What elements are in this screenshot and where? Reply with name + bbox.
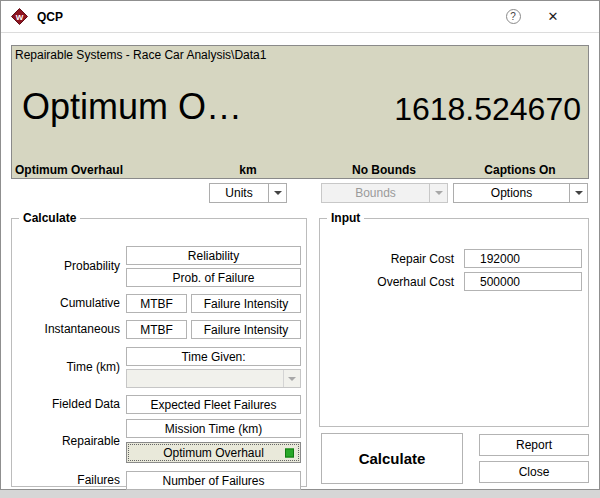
bounds-caption: No Bounds: [352, 163, 416, 177]
repairable-label: Repairable: [14, 432, 120, 451]
overhaul-cost-label: Overhaul Cost: [320, 273, 454, 292]
reliasoft-logo-icon: W: [11, 8, 28, 25]
chevron-down-icon: [575, 191, 583, 195]
units-dropdown: Units: [209, 183, 287, 203]
report-button[interactable]: Report: [479, 434, 589, 456]
help-icon: ?: [506, 9, 521, 24]
options-dropdown: Options: [453, 183, 588, 203]
fielded-data-label: Fielded Data: [14, 395, 120, 414]
chevron-down-icon: [274, 191, 282, 195]
options-dropdown-arrow[interactable]: [570, 183, 588, 203]
selected-indicator-icon: [285, 448, 294, 457]
repair-cost-label: Repair Cost: [320, 250, 454, 269]
probability-label: Probability: [14, 257, 120, 276]
combobox-arrow: [283, 370, 300, 387]
qcp-dialog: W QCP ? ✕ Repairable Systems - Race Car …: [0, 0, 600, 490]
cumulative-mtbf-button[interactable]: MTBF: [126, 294, 187, 313]
instantaneous-failure-intensity-button[interactable]: Failure Intensity: [191, 320, 301, 339]
bounds-dropdown: Bounds: [321, 183, 448, 203]
result-metric-label: Optimum O…: [22, 86, 242, 128]
prob-of-failure-button[interactable]: Prob. of Failure: [126, 268, 301, 287]
options-button[interactable]: Options: [453, 183, 570, 203]
captions-state-caption: Captions On: [484, 163, 555, 177]
dataset-path: Repairable Systems - Race Car Analysis\D…: [15, 48, 266, 62]
units-caption: km: [239, 163, 256, 177]
chevron-down-icon: [435, 191, 443, 195]
calculate-button[interactable]: Calculate: [321, 433, 463, 484]
number-of-failures-button[interactable]: Number of Failures: [126, 471, 301, 490]
reliability-button[interactable]: Reliability: [126, 246, 301, 265]
time-given-button[interactable]: Time Given:: [126, 347, 301, 366]
overhaul-cost-input[interactable]: [464, 272, 582, 291]
close-icon: ✕: [548, 9, 559, 24]
instantaneous-mtbf-button[interactable]: MTBF: [126, 320, 187, 339]
bounds-button[interactable]: Bounds: [321, 183, 430, 203]
input-group-title: Input: [327, 211, 364, 225]
optimum-overhaul-button[interactable]: Optimum Overhaul: [126, 442, 301, 463]
help-button[interactable]: ?: [497, 4, 529, 30]
result-metric-value: 1618.524670: [394, 91, 581, 128]
chevron-down-icon: [288, 377, 296, 381]
desktop-background: [0, 490, 600, 498]
bounds-dropdown-arrow[interactable]: [430, 183, 448, 203]
optimum-overhaul-button-label: Optimum Overhaul: [163, 446, 264, 460]
svg-text:W: W: [16, 13, 24, 22]
instantaneous-label: Instantaneous: [14, 320, 120, 339]
close-dialog-button[interactable]: Close: [479, 461, 589, 483]
cumulative-failure-intensity-button[interactable]: Failure Intensity: [191, 294, 301, 313]
titlebar: W QCP ? ✕: [1, 1, 599, 33]
time-units-combobox[interactable]: [126, 369, 301, 388]
failures-label: Failures: [14, 471, 120, 490]
close-button[interactable]: ✕: [537, 4, 569, 30]
input-group: Input Repair Cost Overhaul Cost: [319, 211, 589, 427]
calculate-group: Calculate Probability Cumulative Instant…: [11, 211, 307, 487]
expected-fleet-failures-button[interactable]: Expected Fleet Failures: [126, 395, 301, 414]
repair-cost-input[interactable]: [464, 249, 582, 268]
cumulative-label: Cumulative: [14, 294, 120, 313]
units-dropdown-arrow[interactable]: [269, 183, 287, 203]
calculate-group-title: Calculate: [19, 211, 80, 225]
window-title: QCP: [37, 10, 63, 24]
time-label: Time (km): [14, 358, 120, 377]
results-display: Repairable Systems - Race Car Analysis\D…: [11, 45, 589, 179]
result-caption: Optimum Overhaul: [15, 163, 123, 177]
mission-time-button[interactable]: Mission Time (km): [126, 419, 301, 438]
units-button[interactable]: Units: [209, 183, 269, 203]
